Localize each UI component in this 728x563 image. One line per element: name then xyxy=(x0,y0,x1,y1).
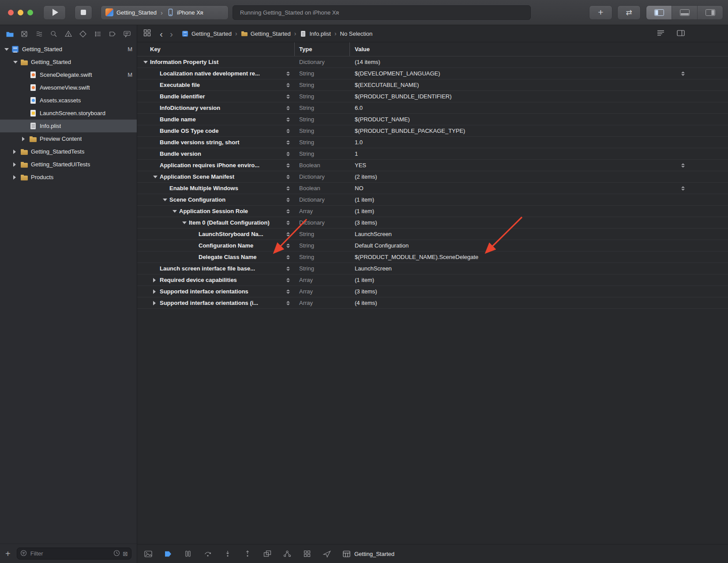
key-type-stepper[interactable] xyxy=(286,106,290,110)
plist-row[interactable]: Application Session Role Array (1 item) xyxy=(137,206,728,217)
disclosure-triangle-icon[interactable] xyxy=(13,61,20,64)
disclosure-triangle-icon[interactable] xyxy=(4,48,11,51)
key-type-stepper[interactable] xyxy=(286,266,290,271)
plist-row[interactable]: Supported interface orientations (i... A… xyxy=(137,297,728,309)
key-type-stepper[interactable] xyxy=(286,198,290,202)
value-field[interactable]: $(PRODUCT_BUNDLE_PACKAGE_TYPE) xyxy=(350,128,728,134)
tree-item[interactable]: AwesomeView.swift xyxy=(0,81,137,94)
value-field[interactable]: LaunchScreen xyxy=(350,265,728,272)
key-type-stepper[interactable] xyxy=(286,129,290,133)
key-type-stepper[interactable] xyxy=(286,152,290,156)
plist-row[interactable]: Scene Configuration Dictionary (1 item) xyxy=(137,194,728,206)
add-file-button[interactable]: + xyxy=(5,549,11,558)
step-over-icon[interactable] xyxy=(204,550,212,558)
issue-navigator-icon[interactable] xyxy=(64,30,73,38)
value-field[interactable]: 1 xyxy=(350,150,728,157)
key-type-stepper[interactable] xyxy=(286,255,290,259)
value-field[interactable]: $(PRODUCT_MODULE_NAME).SceneDelegate xyxy=(350,254,728,260)
minimize-window-button[interactable] xyxy=(18,10,23,15)
plist-row[interactable]: Supported interface orientations Array (… xyxy=(137,286,728,297)
close-window-button[interactable] xyxy=(8,10,14,15)
value-field[interactable]: $(DEVELOPMENT_LANGUAGE) xyxy=(350,70,728,77)
navigator-toggle-button[interactable] xyxy=(646,6,672,19)
key-type-stepper[interactable] xyxy=(286,71,290,76)
filter-field[interactable]: ⊠ xyxy=(17,548,131,559)
go-forward-button[interactable]: › xyxy=(170,29,173,38)
report-navigator-icon[interactable] xyxy=(123,30,131,38)
disclosure-triangle-icon[interactable] xyxy=(153,278,160,282)
key-type-stepper[interactable] xyxy=(286,83,290,87)
key-type-stepper[interactable] xyxy=(286,289,290,294)
debug-area-toggle-button[interactable] xyxy=(672,6,697,19)
plist-row[interactable]: Required device capabilities Array (1 it… xyxy=(137,274,728,286)
disclosure-triangle-icon[interactable] xyxy=(13,175,20,180)
value-field[interactable]: 1.0 xyxy=(350,139,728,146)
plist-row[interactable]: Configuration Name String Default Config… xyxy=(137,240,728,251)
simulate-location-icon[interactable] xyxy=(323,550,331,558)
key-type-stepper[interactable] xyxy=(286,244,290,248)
disclosure-triangle-icon[interactable] xyxy=(13,150,20,154)
disclosure-triangle-icon[interactable] xyxy=(22,137,29,141)
value-field[interactable]: YES xyxy=(350,162,728,169)
run-button[interactable] xyxy=(44,6,65,19)
breakpoint-navigator-icon[interactable] xyxy=(108,30,117,38)
plist-row[interactable]: Localization native development re... St… xyxy=(137,68,728,79)
pause-execution-icon[interactable] xyxy=(184,550,192,558)
breadcrumb-selection[interactable]: No Selection xyxy=(340,30,373,37)
plist-row[interactable]: Launch screen interface file base... Str… xyxy=(137,263,728,274)
symbol-navigator-icon[interactable] xyxy=(35,30,44,38)
breadcrumb-file[interactable]: Info.plist xyxy=(300,30,330,37)
breadcrumb-project[interactable]: Getting_Started xyxy=(182,30,232,37)
value-field[interactable]: (1 item) xyxy=(350,208,728,214)
find-navigator-icon[interactable] xyxy=(49,30,58,38)
plist-row[interactable]: Delegate Class Name String $(PRODUCT_MOD… xyxy=(137,251,728,263)
plist-row[interactable]: Application requires iPhone enviro... Bo… xyxy=(137,160,728,171)
disclosure-triangle-icon[interactable] xyxy=(153,176,160,178)
plist-row[interactable]: Bundle version String 1 xyxy=(137,148,728,160)
tree-item[interactable]: Info.plist xyxy=(0,120,137,132)
add-editor-icon[interactable] xyxy=(677,30,685,38)
library-add-button[interactable]: + xyxy=(589,6,612,19)
plist-row[interactable]: Bundle identifier String $(PRODUCT_BUNDL… xyxy=(137,91,728,102)
scheme-selector[interactable]: Getting_Started › iPhone Xʀ xyxy=(101,6,228,19)
key-type-stepper[interactable] xyxy=(286,232,290,236)
tree-item[interactable]: Getting_Started M xyxy=(0,43,137,56)
disclosure-triangle-icon[interactable] xyxy=(13,162,20,167)
disclosure-triangle-icon[interactable] xyxy=(143,61,150,64)
tree-item[interactable]: Assets.xcassets xyxy=(0,94,137,107)
column-header-key[interactable]: Key xyxy=(137,42,295,56)
value-field[interactable]: (14 items) xyxy=(350,59,728,65)
breakpoints-toggle-icon[interactable] xyxy=(164,550,172,558)
value-field[interactable]: Default Configuration xyxy=(350,242,728,249)
tree-item[interactable]: Getting_StartedUITests xyxy=(0,158,137,171)
tree-item[interactable]: Getting_Started xyxy=(0,56,137,68)
filter-input[interactable] xyxy=(30,550,111,557)
value-field[interactable]: (4 items) xyxy=(350,300,728,306)
value-field[interactable]: LaunchScreen xyxy=(350,231,728,237)
key-type-stepper[interactable] xyxy=(286,186,290,191)
value-field[interactable]: (3 items) xyxy=(350,288,728,295)
adjust-editor-options-icon[interactable] xyxy=(657,30,664,38)
plist-row[interactable]: Application Scene Manifest Dictionary (2… xyxy=(137,171,728,183)
zoom-window-button[interactable] xyxy=(27,10,33,15)
tree-item[interactable]: LaunchScreen.storyboard xyxy=(0,107,137,120)
plist-row[interactable]: Bundle OS Type code String $(PRODUCT_BUN… xyxy=(137,125,728,137)
disclosure-triangle-icon[interactable] xyxy=(153,301,160,305)
editor-swap-button[interactable]: ⇄ xyxy=(618,6,640,19)
debug-navigator-icon[interactable] xyxy=(94,30,102,38)
tree-item[interactable]: Products xyxy=(0,171,137,184)
value-field[interactable]: (2 items) xyxy=(350,173,728,180)
tree-item[interactable]: Preview Content xyxy=(0,132,137,145)
plist-row[interactable]: Item 0 (Default Configuration) Dictionar… xyxy=(137,217,728,229)
stop-button[interactable] xyxy=(75,6,92,19)
test-navigator-icon[interactable] xyxy=(79,30,87,38)
plist-row[interactable]: LaunchStoryboard Na... String LaunchScre… xyxy=(137,229,728,240)
plist-row[interactable]: Bundle versions string, short String 1.0 xyxy=(137,137,728,148)
recents-clock-icon[interactable] xyxy=(113,550,120,558)
key-type-stepper[interactable] xyxy=(286,94,290,99)
key-type-stepper[interactable] xyxy=(286,117,290,122)
key-type-stepper[interactable] xyxy=(286,209,290,214)
value-field[interactable]: (3 items) xyxy=(350,219,728,226)
plist-row[interactable]: Executable file String $(EXECUTABLE_NAME… xyxy=(137,79,728,91)
value-field[interactable]: (1 item) xyxy=(350,277,728,283)
